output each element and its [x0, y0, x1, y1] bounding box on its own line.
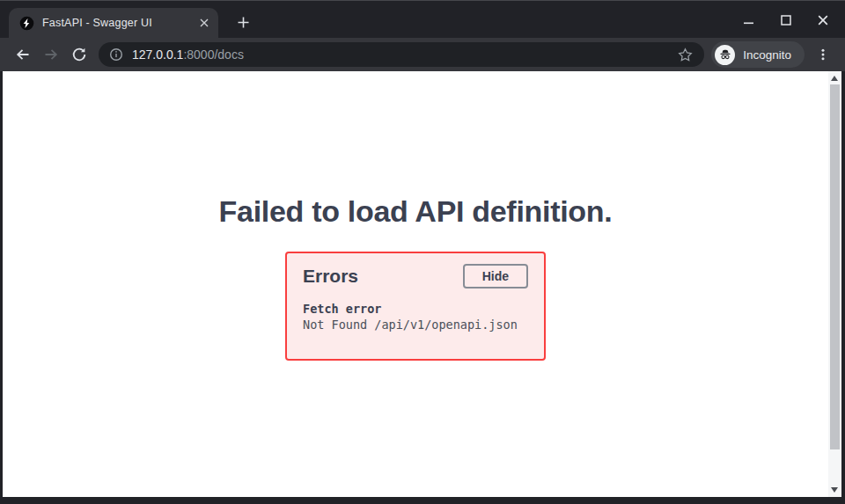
scrollbar-up-icon[interactable] [831, 76, 838, 81]
incognito-icon [715, 45, 735, 65]
incognito-badge: Incognito [711, 41, 805, 68]
back-icon[interactable] [9, 40, 37, 69]
error-item: Fetch error Not Found /api/v1/openapi.js… [303, 302, 528, 332]
browser-tab[interactable]: FastAPI - Swagger UI [9, 8, 218, 38]
url-host: 127.0.0.1 [132, 47, 183, 62]
error-title: Fetch error [303, 302, 528, 318]
scrollbar-down-icon[interactable] [831, 487, 838, 493]
fastapi-favicon-icon [19, 16, 34, 31]
page-title: Failed to load API definition. [3, 194, 828, 229]
close-button[interactable] [812, 10, 834, 31]
reload-icon[interactable] [65, 40, 93, 69]
url-text: 127.0.0.1:8000/docs [132, 47, 674, 62]
incognito-label: Incognito [743, 48, 791, 62]
swagger-ui-page: Failed to load API definition. Errors Hi… [3, 71, 828, 497]
error-message: Not Found /api/v1/openapi.json [303, 318, 528, 333]
scrollbar[interactable] [828, 71, 841, 497]
errors-panel: Errors Hide Fetch error Not Found /api/v… [285, 252, 546, 361]
minimize-button[interactable] [738, 10, 760, 31]
hide-button[interactable]: Hide [463, 264, 528, 289]
tab-strip: FastAPI - Swagger UI [0, 1, 845, 38]
site-info-icon[interactable] [109, 47, 123, 62]
url-path: :8000/docs [183, 47, 244, 62]
scrollbar-thumb[interactable] [830, 84, 840, 449]
forward-icon[interactable] [37, 40, 65, 69]
errors-title: Errors [303, 266, 358, 287]
address-bar[interactable]: 127.0.0.1:8000/docs [99, 42, 704, 67]
maximize-button[interactable] [775, 10, 797, 31]
tab-close-icon[interactable] [195, 14, 213, 32]
tab-title: FastAPI - Swagger UI [42, 17, 195, 29]
errors-header: Errors Hide [303, 264, 528, 289]
menu-dots-icon[interactable] [810, 41, 836, 68]
bookmark-star-icon[interactable] [674, 44, 695, 65]
browser-toolbar: 127.0.0.1:8000/docs Incognito [0, 38, 845, 71]
page-viewport: Failed to load API definition. Errors Hi… [3, 71, 841, 497]
window-controls [738, 10, 834, 31]
new-tab-button[interactable] [231, 10, 255, 34]
browser-window: FastAPI - Swagger UI [0, 0, 845, 504]
